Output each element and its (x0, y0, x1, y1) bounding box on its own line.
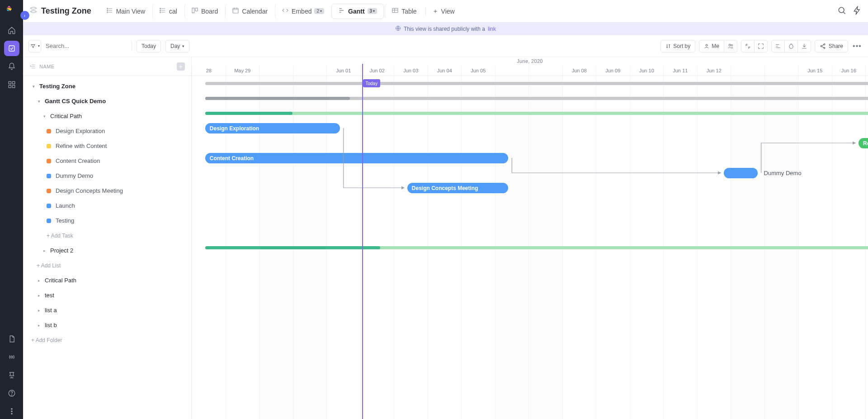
gantt-chart[interactable]: June, 2020 28May 29Jun 01Jun 02Jun 03Jun… (192, 57, 868, 419)
add-view-button[interactable]: ＋ View (425, 7, 461, 15)
summary-bar[interactable] (205, 246, 380, 249)
toggle-icon[interactable]: ▸ (36, 278, 42, 283)
tab-cal[interactable]: cal (152, 4, 184, 19)
date-cell[interactable]: Jun 15 (798, 65, 832, 76)
task-row[interactable]: Testing (23, 213, 191, 228)
group-row[interactable]: ▸test (23, 288, 191, 303)
folder-row[interactable]: ▾Gantt CS Quick Demo (23, 94, 191, 109)
assignee-filter-button[interactable] (724, 40, 737, 52)
toggle-icon[interactable]: ▾ (36, 99, 42, 104)
date-cell[interactable]: Jun 16 (832, 65, 866, 76)
search-icon[interactable] (837, 6, 846, 17)
date-cell[interactable]: Jun 03 (394, 65, 428, 76)
date-cell[interactable]: Jun 11 (663, 65, 697, 76)
space-title[interactable]: Testing Zone (29, 6, 91, 16)
toggle-icon[interactable]: ▾ (30, 84, 37, 89)
task-row[interactable]: Launch (23, 198, 191, 213)
nav-notifications[interactable] (4, 59, 19, 74)
date-cell[interactable] (528, 65, 562, 76)
date-cell[interactable] (731, 65, 764, 76)
chart-row (192, 195, 868, 210)
tab-calendar[interactable]: Calendar (225, 4, 274, 19)
search-input[interactable] (46, 40, 127, 52)
nav-help[interactable] (4, 386, 19, 401)
space-row[interactable]: ▾Testing Zone (23, 79, 191, 94)
app-logo[interactable]: › (5, 5, 19, 18)
list-row[interactable]: ▾Critical Path (23, 109, 191, 124)
date-cell[interactable]: Jun 10 (630, 65, 664, 76)
tab-board[interactable]: Board (184, 4, 224, 19)
collapse-button[interactable] (741, 40, 755, 52)
date-cell[interactable]: Jun 05 (461, 65, 495, 76)
today-button[interactable]: Today (137, 40, 161, 52)
task-row[interactable]: Design Concepts Meeting (23, 183, 191, 198)
task-row[interactable]: Dummy Demo (23, 168, 191, 183)
toggle-icon[interactable]: ▸ (36, 308, 42, 313)
fullscreen-button[interactable] (754, 40, 768, 52)
date-cell[interactable] (259, 65, 293, 76)
chart-row (192, 240, 868, 255)
nav-home[interactable] (4, 23, 19, 38)
me-filter-button[interactable]: Me (699, 40, 724, 52)
list-icon (159, 7, 166, 15)
timescale-select[interactable]: Day▾ (165, 40, 189, 52)
nav-tasks[interactable] (4, 41, 19, 56)
task-bar[interactable]: Design Exploration (205, 123, 340, 133)
add-column-button[interactable]: + (177, 62, 185, 71)
date-cell[interactable]: Jun 01 (326, 65, 360, 76)
toggle-icon[interactable]: ▸ (41, 248, 47, 253)
group-row[interactable]: ▸list a (23, 303, 191, 318)
nav-docs[interactable] (4, 331, 19, 347)
summary-bar[interactable] (205, 112, 293, 115)
date-cell[interactable]: Jun 12 (697, 65, 731, 76)
summary-bar[interactable] (205, 82, 868, 85)
list-row[interactable]: ▸Project 2 (23, 243, 191, 258)
tab-embed[interactable]: Embed2 (275, 4, 330, 19)
color-button[interactable] (784, 40, 798, 52)
expand-sidebar-icon[interactable]: › (20, 11, 29, 20)
nav-more[interactable] (4, 404, 19, 419)
toggle-icon[interactable]: ▾ (41, 114, 47, 119)
date-cell[interactable] (495, 65, 529, 76)
nav-goals[interactable] (4, 367, 19, 383)
addfolder-row[interactable]: + Add Folder (23, 333, 191, 348)
automation-icon[interactable] (853, 6, 862, 17)
sort-by-button[interactable]: Sort by (660, 40, 695, 52)
banner-link[interactable]: link (488, 26, 496, 32)
date-cell[interactable]: Jun 08 (562, 65, 596, 76)
task-bar[interactable]: Refine with Content (859, 138, 868, 148)
filter-button[interactable]: ▾ (28, 40, 41, 52)
summary-bar-tail[interactable] (205, 112, 868, 115)
nav-dashboards[interactable] (4, 77, 19, 92)
toggle-icon[interactable]: ▸ (36, 323, 42, 328)
task-bar[interactable] (724, 168, 758, 178)
group-row[interactable]: ▸Critical Path (23, 273, 191, 288)
task-row[interactable]: Design Exploration (23, 124, 191, 138)
path-button[interactable] (771, 40, 785, 52)
row-label: Dummy Demo (56, 172, 93, 179)
tab-gantt[interactable]: Gantt3 (331, 4, 384, 19)
task-row[interactable]: Refine with Content (23, 138, 191, 153)
addlist-row[interactable]: + Add List (23, 258, 191, 273)
task-bar[interactable]: Design Concepts Meeting (407, 183, 509, 193)
task-bar[interactable]: Content Creation (205, 153, 509, 163)
date-cell[interactable]: 28 (192, 65, 226, 76)
more-menu-button[interactable]: ••• (852, 42, 863, 50)
tab-main-view[interactable]: Main View (100, 4, 151, 19)
toggle-icon[interactable]: ▸ (36, 293, 42, 298)
task-row[interactable]: Content Creation (23, 153, 191, 168)
date-cell[interactable]: Jun 09 (596, 65, 630, 76)
tab-table[interactable]: Table (385, 4, 423, 19)
summary-bar[interactable] (205, 97, 350, 100)
date-cell[interactable] (764, 65, 798, 76)
share-button[interactable]: Share (815, 40, 848, 52)
nav-pulse[interactable] (4, 349, 19, 365)
addtask-row[interactable]: + Add Task (23, 228, 191, 243)
date-cell[interactable]: Jun 02 (360, 65, 394, 76)
date-cell[interactable] (293, 65, 327, 76)
date-cell[interactable]: May 29 (226, 65, 259, 76)
download-button[interactable] (797, 40, 811, 52)
group-row[interactable]: ▸list b (23, 318, 191, 333)
date-cell[interactable]: Jun 17 (865, 65, 868, 76)
date-cell[interactable]: Jun 04 (428, 65, 462, 76)
